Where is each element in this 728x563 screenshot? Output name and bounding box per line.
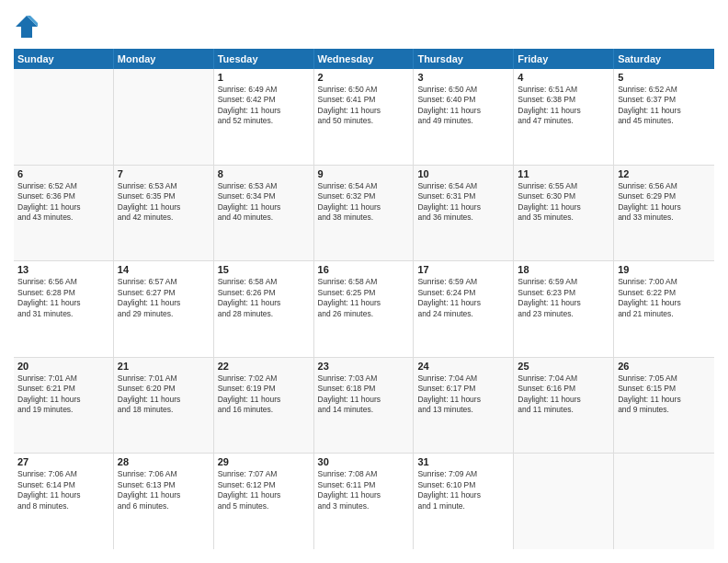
day-number: 2 [318, 72, 410, 83]
calendar-cell-r4-c6 [614, 454, 714, 549]
cell-line: Sunrise: 6:54 AM [417, 181, 509, 191]
cell-line: Daylight: 11 hours [17, 298, 109, 308]
cell-line: and 47 minutes. [518, 116, 609, 126]
cell-line: and 28 minutes. [218, 309, 310, 319]
cell-line: Daylight: 11 hours [518, 106, 609, 116]
cell-line: Sunset: 6:28 PM [17, 288, 109, 298]
day-number: 28 [118, 456, 210, 467]
cell-line: Daylight: 11 hours [318, 395, 410, 405]
day-number: 31 [417, 456, 509, 467]
calendar-cell-r3-c5: 25Sunrise: 7:04 AMSunset: 6:16 PMDayligh… [514, 358, 614, 454]
cell-line: Sunset: 6:26 PM [218, 288, 310, 298]
cell-line: and 13 minutes. [417, 405, 509, 415]
day-number: 7 [118, 168, 210, 179]
cell-line: Daylight: 11 hours [118, 395, 210, 405]
calendar-cell-r2-c2: 15Sunrise: 6:58 AMSunset: 6:26 PMDayligh… [214, 261, 314, 357]
calendar-row-3: 20Sunrise: 7:01 AMSunset: 6:21 PMDayligh… [14, 358, 714, 454]
cell-line: Sunrise: 7:08 AM [318, 469, 410, 479]
cell-line: and 40 minutes. [218, 213, 310, 223]
cell-line: Sunrise: 6:59 AM [518, 277, 609, 287]
calendar-cell-r1-c6: 12Sunrise: 6:56 AMSunset: 6:29 PMDayligh… [614, 166, 714, 261]
header [14, 14, 714, 40]
cell-line: Sunset: 6:38 PM [518, 95, 609, 105]
cell-line: Sunset: 6:36 PM [17, 191, 109, 201]
cell-line: Daylight: 11 hours [218, 490, 310, 500]
cell-line: Sunrise: 7:01 AM [17, 373, 109, 384]
day-number: 22 [218, 361, 310, 372]
cell-line: Sunset: 6:24 PM [417, 288, 509, 298]
header-day-thursday: Thursday [414, 49, 514, 69]
calendar-cell-r2-c4: 17Sunrise: 6:59 AMSunset: 6:24 PMDayligh… [414, 261, 514, 357]
calendar-cell-r1-c1: 7Sunrise: 6:53 AMSunset: 6:35 PMDaylight… [114, 166, 214, 261]
cell-line: Sunset: 6:29 PM [618, 191, 711, 201]
calendar-cell-r0-c6: 5Sunrise: 6:52 AMSunset: 6:37 PMDaylight… [614, 69, 714, 165]
calendar-cell-r1-c5: 11Sunrise: 6:55 AMSunset: 6:30 PMDayligh… [514, 166, 614, 261]
day-number: 8 [218, 168, 310, 179]
day-number: 3 [417, 72, 509, 83]
cell-line: Sunrise: 6:50 AM [417, 85, 509, 95]
cell-line: Sunset: 6:35 PM [118, 191, 210, 201]
calendar-cell-r2-c1: 14Sunrise: 6:57 AMSunset: 6:27 PMDayligh… [114, 261, 214, 357]
cell-line: Sunrise: 6:56 AM [618, 181, 711, 191]
header-day-sunday: Sunday [14, 49, 114, 69]
cell-line: Sunrise: 7:00 AM [618, 277, 711, 287]
cell-line: and 49 minutes. [417, 116, 509, 126]
cell-line: Sunrise: 7:09 AM [417, 469, 509, 479]
cell-line: Daylight: 11 hours [218, 395, 310, 405]
cell-line: and 8 minutes. [17, 501, 109, 511]
logo-icon [14, 14, 40, 40]
cell-line: Sunrise: 6:49 AM [218, 85, 310, 95]
day-number: 20 [17, 361, 109, 372]
cell-line: and 6 minutes. [118, 501, 210, 511]
logo [14, 14, 43, 40]
cell-line: Sunset: 6:19 PM [218, 384, 310, 394]
calendar-cell-r0-c2: 1Sunrise: 6:49 AMSunset: 6:42 PMDaylight… [214, 69, 314, 165]
calendar-cell-r3-c1: 21Sunrise: 7:01 AMSunset: 6:20 PMDayligh… [114, 358, 214, 454]
day-number: 27 [17, 456, 109, 467]
cell-line: Sunset: 6:34 PM [218, 191, 310, 201]
calendar-cell-r4-c2: 29Sunrise: 7:07 AMSunset: 6:12 PMDayligh… [214, 454, 314, 549]
cell-line: Sunrise: 6:55 AM [518, 181, 609, 191]
cell-line: Sunrise: 6:57 AM [118, 277, 210, 287]
day-number: 6 [17, 168, 109, 179]
calendar-row-1: 6Sunrise: 6:52 AMSunset: 6:36 PMDaylight… [14, 166, 714, 262]
day-number: 10 [417, 168, 509, 179]
calendar-cell-r3-c2: 22Sunrise: 7:02 AMSunset: 6:19 PMDayligh… [214, 358, 314, 454]
header-day-monday: Monday [114, 49, 214, 69]
calendar-cell-r3-c6: 26Sunrise: 7:05 AMSunset: 6:15 PMDayligh… [614, 358, 714, 454]
cell-line: Daylight: 11 hours [417, 202, 509, 213]
cell-line: Sunset: 6:27 PM [118, 288, 210, 298]
cell-line: Daylight: 11 hours [618, 298, 711, 308]
cell-line: Daylight: 11 hours [417, 106, 509, 116]
cell-line: and 36 minutes. [417, 213, 509, 223]
cell-line: Sunrise: 6:59 AM [417, 277, 509, 287]
cell-line: and 43 minutes. [17, 213, 109, 223]
cell-line: Sunrise: 6:53 AM [218, 181, 310, 191]
calendar: SundayMondayTuesdayWednesdayThursdayFrid… [14, 49, 714, 549]
day-number: 21 [118, 361, 210, 372]
cell-line: Sunset: 6:13 PM [118, 480, 210, 490]
cell-line: Sunset: 6:14 PM [17, 480, 109, 490]
calendar-cell-r4-c5 [514, 454, 614, 549]
cell-line: and 3 minutes. [318, 501, 410, 511]
day-number: 1 [218, 72, 310, 83]
calendar-cell-r0-c3: 2Sunrise: 6:50 AMSunset: 6:41 PMDaylight… [314, 69, 415, 165]
cell-line: and 11 minutes. [518, 405, 609, 415]
cell-line: Daylight: 11 hours [17, 202, 109, 213]
cell-line: and 5 minutes. [218, 501, 310, 511]
cell-line: Daylight: 11 hours [318, 298, 410, 308]
cell-line: Daylight: 11 hours [618, 106, 711, 116]
day-number: 23 [318, 361, 410, 372]
calendar-cell-r4-c0: 27Sunrise: 7:06 AMSunset: 6:14 PMDayligh… [14, 454, 114, 549]
day-number: 12 [618, 168, 711, 179]
cell-line: and 18 minutes. [118, 405, 210, 415]
header-day-friday: Friday [514, 49, 614, 69]
calendar-cell-r2-c6: 19Sunrise: 7:00 AMSunset: 6:22 PMDayligh… [614, 261, 714, 357]
day-number: 16 [318, 264, 410, 275]
cell-line: Daylight: 11 hours [417, 298, 509, 308]
cell-line: Sunset: 6:12 PM [218, 480, 310, 490]
calendar-cell-r3-c0: 20Sunrise: 7:01 AMSunset: 6:21 PMDayligh… [14, 358, 114, 454]
calendar-cell-r1-c2: 8Sunrise: 6:53 AMSunset: 6:34 PMDaylight… [214, 166, 314, 261]
calendar-cell-r4-c4: 31Sunrise: 7:09 AMSunset: 6:10 PMDayligh… [414, 454, 514, 549]
calendar-row-4: 27Sunrise: 7:06 AMSunset: 6:14 PMDayligh… [14, 454, 714, 549]
